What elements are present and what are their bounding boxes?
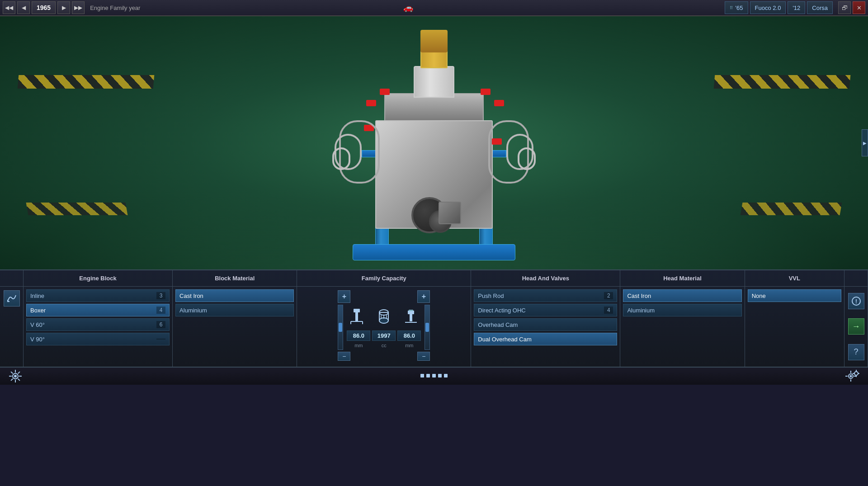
next-arrow-button[interactable]: → <box>848 318 864 335</box>
top-bar: ◀◀ ◀ 1965 ▶ ▶▶ Engine Family year 🚗 ⠿ '6… <box>0 0 868 16</box>
settings-icon <box>8 369 23 383</box>
capacity-icons-row <box>345 309 423 327</box>
help-button[interactable]: ? <box>848 344 864 360</box>
accent-4 <box>481 89 491 95</box>
bore-value: 86.0 <box>347 330 370 341</box>
head-valves-column: Push Rod 2 Direct Acting OHC 4 Overhead … <box>471 287 620 367</box>
bore-icon <box>350 309 363 325</box>
svg-rect-28 <box>426 374 430 377</box>
svg-line-25 <box>18 372 20 373</box>
exhaust-left <box>330 111 389 211</box>
year-display: 1965 <box>32 1 56 14</box>
capacity-controls: + + <box>297 288 471 363</box>
engine-intake <box>414 66 454 98</box>
top-right-section: ⠿ '65 Fuoco 2.0 '12 Corsa <box>725 1 833 14</box>
svg-rect-12 <box>410 314 412 321</box>
capacity-units-row: mm cc mm <box>347 343 421 348</box>
bore-icon-group <box>345 309 368 327</box>
engine-block-item-v90[interactable]: V 90° <box>26 333 170 345</box>
stroke-value: 86.0 <box>397 330 421 341</box>
svg-line-26 <box>11 379 13 381</box>
window-close-button[interactable]: ✕ <box>853 1 865 14</box>
columns-header: Engine Block Block Material Family Capac… <box>0 270 868 287</box>
engine-block-item-inline[interactable]: Inline 3 <box>26 289 170 302</box>
cc-icon-group <box>372 309 396 327</box>
cc-unit: cc <box>372 343 396 348</box>
bottom-right-settings-icon[interactable] <box>844 368 861 384</box>
svg-line-24 <box>18 379 20 381</box>
nav-prev-button[interactable]: ◀ <box>17 1 30 14</box>
bottom-dots <box>420 372 448 381</box>
family-capacity-column: + + <box>297 287 471 367</box>
stroke-unit: mm <box>397 343 421 348</box>
head-valves-direct-acting-ohc[interactable]: Direct Acting OHC 4 <box>474 304 617 316</box>
svg-point-38 <box>854 372 858 375</box>
info-warning-button[interactable]: ! <box>848 293 864 309</box>
viewport-scroll-indicator[interactable]: ▶ <box>862 129 868 156</box>
nav-next-button[interactable]: ▶ <box>57 1 70 14</box>
block-material-cast-iron[interactable]: Cast Iron <box>175 289 294 302</box>
vvl-none[interactable]: None <box>748 289 841 302</box>
head-valves-overhead-cam[interactable]: Overhead Cam <box>474 318 617 331</box>
bore-unit: mm <box>347 343 370 348</box>
stroke-slider[interactable] <box>425 305 430 350</box>
block-material-column: Cast Iron Aluminium <box>173 287 297 367</box>
left-icon-panel <box>0 287 24 367</box>
cc-value: 1997 <box>372 330 396 341</box>
stroke-icon-group <box>399 309 423 327</box>
vehicle-icon: 🚗 <box>400 1 416 14</box>
settings-right-icon <box>845 369 860 383</box>
nav-last-button[interactable]: ▶▶ <box>72 1 85 14</box>
curve-icon-btn[interactable] <box>4 290 20 307</box>
engine-crane-hook <box>420 30 448 52</box>
stroke-icon <box>404 309 418 325</box>
capacity-plus-button[interactable]: + <box>338 290 350 303</box>
nav-first-button[interactable]: ◀◀ <box>3 1 15 14</box>
window-minimize-button[interactable]: 🗗 <box>838 1 851 14</box>
capacity-minus-button[interactable]: − <box>338 352 350 361</box>
svg-rect-31 <box>444 374 448 377</box>
block-material-aluminium[interactable]: Aluminium <box>175 304 294 316</box>
question-icon: ? <box>854 347 859 357</box>
svg-point-33 <box>850 375 852 377</box>
curve-icon <box>7 293 17 303</box>
hazard-stripe-right <box>714 75 851 89</box>
cc-icon <box>377 309 391 325</box>
year-tag: '65 <box>736 5 743 11</box>
bottom-bar <box>0 367 868 385</box>
arrow-icon: → <box>852 322 860 331</box>
head-valves-push-rod[interactable]: Push Rod 2 <box>474 289 617 302</box>
bore-slider[interactable] <box>338 305 343 350</box>
head-valves-dual-overhead-cam[interactable]: Dual Overhead Cam <box>474 333 617 345</box>
family-capacity-header: Family Capacity <box>297 270 471 286</box>
svg-rect-11 <box>408 311 414 314</box>
svg-rect-27 <box>420 374 424 377</box>
capacity-values-row: 86.0 1997 86.0 <box>347 330 421 341</box>
alternator-body <box>439 202 461 224</box>
year-tag-box: ⠿ '65 <box>725 1 748 14</box>
svg-point-18 <box>14 375 17 377</box>
capacity-minus2-button[interactable]: − <box>417 352 430 361</box>
head-material-column: Cast Iron Aluminium <box>620 287 745 367</box>
bottom-left-icon[interactable] <box>7 368 24 384</box>
capacity-plus2-button[interactable]: + <box>417 290 430 303</box>
accent-2 <box>380 89 390 95</box>
left-icon-header <box>0 270 24 286</box>
svg-rect-30 <box>438 374 442 377</box>
engine-viewport: ▶ <box>0 16 868 269</box>
engine-block-header: Engine Block <box>24 270 173 286</box>
head-material-aluminium[interactable]: Aluminium <box>623 304 741 316</box>
svg-rect-0 <box>354 309 360 312</box>
right-buttons-panel: ! → ? <box>844 287 868 367</box>
trim-name-box: Corsa <box>807 1 833 14</box>
engine-3d-model <box>326 30 542 260</box>
engine-block-item-v60[interactable]: V 60° 6 <box>26 318 170 331</box>
head-material-cast-iron[interactable]: Cast Iron <box>623 289 741 302</box>
engine-block-item-boxer[interactable]: Boxer 4 <box>26 304 170 316</box>
engine-name-box: Fuoco 2.0 <box>750 1 786 14</box>
year-tag2-box: '12 <box>788 1 805 14</box>
engine-family-label: Engine Family year <box>86 5 398 11</box>
hazard-stripe-bottom-left <box>26 203 128 215</box>
engine-name: Fuoco 2.0 <box>755 5 781 11</box>
right-btns-header <box>844 270 868 286</box>
